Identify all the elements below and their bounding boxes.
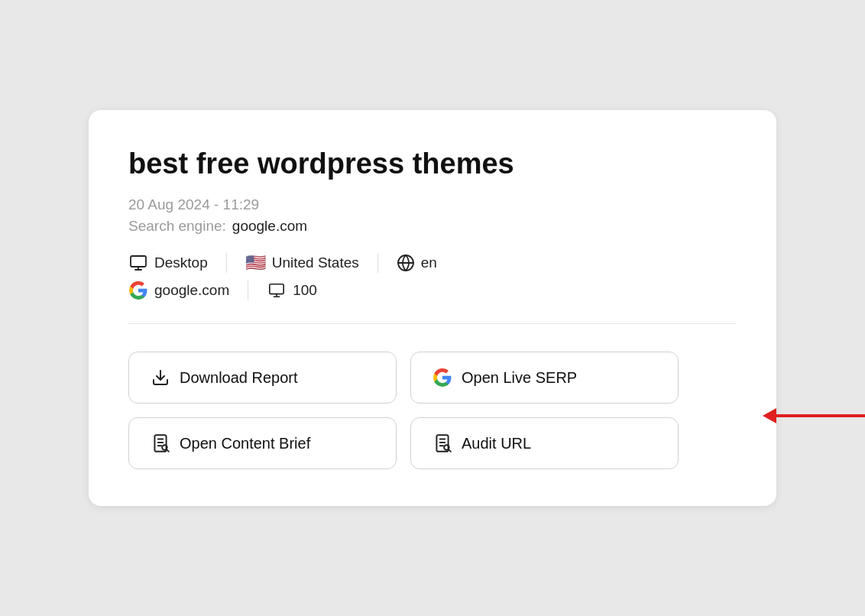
google-small-icon [128,280,148,300]
meta-row-2: google.com 100 [128,280,737,300]
svg-rect-15 [436,435,448,452]
globe-icon [397,254,415,272]
search-engine-value: google.com [232,218,307,235]
language-label: en [421,255,437,271]
content-brief-icon [151,433,170,453]
results-count-label: 100 [293,282,317,299]
arrow-annotation [763,408,865,423]
open-live-serp-label: Open Live SERP [462,369,577,387]
divider [128,323,737,324]
open-content-brief-label: Open Content Brief [180,435,310,452]
monitor2-icon [267,280,287,300]
google-domain-label: google.com [154,282,229,299]
svg-line-20 [449,449,451,452]
svg-rect-9 [154,435,166,452]
download-report-button[interactable]: Download Report [128,352,397,404]
device-item: Desktop [128,253,227,273]
download-report-label: Download Report [180,369,298,387]
google-g-icon [432,368,452,387]
language-item: en [397,254,455,272]
country-label: United States [272,255,359,271]
action-buttons-grid: Download Report Open Live SERP [128,352,679,469]
main-card: best free wordpress themes 20 Aug 2024 -… [89,110,776,507]
arrow-line [776,414,865,417]
monitor-icon [128,253,148,273]
search-engine-label: Search engine: [128,218,226,235]
country-item: 🇺🇸 United States [245,253,378,273]
flag-icon: 🇺🇸 [245,253,266,273]
audit-url-label: Audit URL [462,435,531,452]
open-content-brief-button[interactable]: Open Content Brief [128,417,397,469]
device-label: Desktop [154,255,208,271]
results-count-item: 100 [267,280,335,300]
search-engine-row: Search engine: google.com [128,218,737,235]
open-live-serp-button[interactable]: Open Live SERP [410,352,679,404]
svg-rect-5 [270,284,283,294]
page-title: best free wordpress themes [128,147,737,182]
arrow-head [763,408,776,423]
date-label: 20 Aug 2024 - 11:29 [128,196,737,213]
google-domain-item: google.com [128,280,248,300]
svg-line-14 [167,449,169,452]
meta-row-1: Desktop 🇺🇸 United States en [128,253,737,273]
audit-url-icon [432,433,452,453]
audit-url-button[interactable]: Audit URL [410,417,679,469]
svg-rect-0 [131,256,146,267]
download-icon [151,368,170,387]
